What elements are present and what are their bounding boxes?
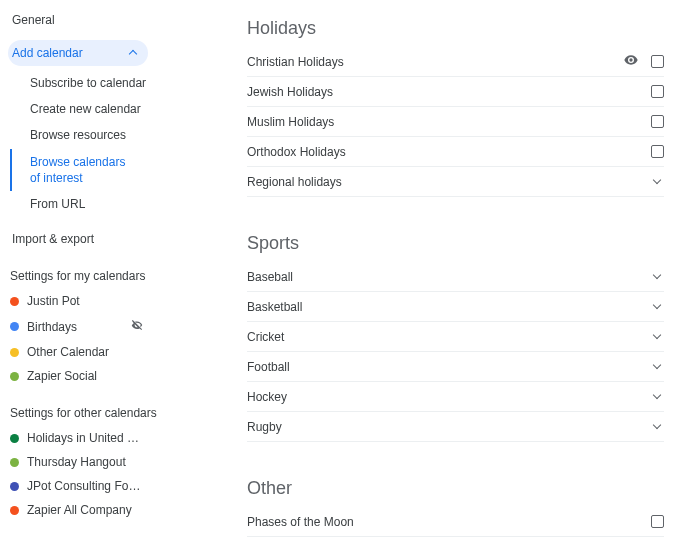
row-controls: [623, 52, 664, 71]
calendar-color-dot: [10, 482, 19, 491]
sidebar-sub-browse-interest[interactable]: Browse calendars of interest: [10, 149, 140, 191]
sidebar-sub-subscribe[interactable]: Subscribe to calendar: [10, 70, 165, 96]
list-item[interactable]: Hockey: [247, 382, 664, 412]
calendar-label: Zapier All Company: [27, 503, 144, 517]
sidebar-heading-my-calendars: Settings for my calendars: [8, 251, 165, 289]
chevron-down-icon: [653, 361, 661, 369]
my-calendars-list: Justin PotBirthdaysOther CalendarZapier …: [8, 289, 165, 388]
visibility-off-icon[interactable]: [130, 318, 144, 335]
chevron-down-icon: [653, 391, 661, 399]
calendar-row[interactable]: Birthdays: [8, 313, 148, 340]
calendar-row[interactable]: Other Calendar: [8, 340, 148, 364]
sidebar-item-label: Create new calendar: [30, 102, 141, 116]
list-item[interactable]: Football: [247, 352, 664, 382]
calendar-row[interactable]: Justin Pot: [8, 289, 148, 313]
chevron-down-icon: [653, 271, 661, 279]
calendar-color-dot: [10, 458, 19, 467]
row-controls: [654, 272, 664, 281]
sports-list: BaseballBasketballCricketFootballHockeyR…: [247, 262, 664, 442]
calendar-color-dot: [10, 434, 19, 443]
calendar-color-dot: [10, 348, 19, 357]
visibility-icon[interactable]: [623, 52, 639, 71]
row-controls: [654, 177, 664, 186]
row-controls: [654, 362, 664, 371]
calendar-label: Zapier Social: [27, 369, 144, 383]
calendar-row[interactable]: Holidays in United States: [8, 426, 148, 450]
section-title-sports: Sports: [247, 233, 664, 254]
list-item-label: Rugby: [247, 420, 282, 434]
calendar-label: Holidays in United States: [27, 431, 144, 445]
row-controls: [654, 302, 664, 311]
chevron-down-icon: [653, 331, 661, 339]
calendar-label: Justin Pot: [27, 294, 144, 308]
subscribe-checkbox[interactable]: [651, 115, 664, 128]
calendar-label: JPot Consulting Form Resp...: [27, 479, 144, 493]
row-controls: [654, 332, 664, 341]
calendar-label: Thursday Hangout: [27, 455, 144, 469]
list-item[interactable]: Muslim Holidays: [247, 107, 664, 137]
sidebar-item-label: From URL: [30, 197, 85, 211]
chevron-down-icon: [653, 301, 661, 309]
list-item-label: Football: [247, 360, 290, 374]
sidebar-item-label: Browse calendars of interest: [30, 155, 125, 185]
other-calendars-list: Holidays in United StatesThursday Hangou…: [8, 426, 165, 522]
calendar-label: Other Calendar: [27, 345, 144, 359]
list-item-label: Phases of the Moon: [247, 515, 354, 529]
sidebar-item-label: Import & export: [12, 232, 94, 246]
list-item[interactable]: Phases of the Moon: [247, 507, 664, 537]
sidebar-item-add-calendar[interactable]: Add calendar: [8, 40, 148, 66]
list-item[interactable]: Orthodox Holidays: [247, 137, 664, 167]
subscribe-checkbox[interactable]: [651, 515, 664, 528]
list-item-label: Cricket: [247, 330, 284, 344]
sidebar-item-label: Subscribe to calendar: [30, 76, 146, 90]
calendar-color-dot: [10, 322, 19, 331]
calendar-color-dot: [10, 506, 19, 515]
add-calendar-submenu: Subscribe to calendar Create new calenda…: [8, 70, 165, 217]
list-item[interactable]: Cricket: [247, 322, 664, 352]
sidebar-sub-from-url[interactable]: From URL: [10, 191, 165, 217]
list-item[interactable]: Regional holidays: [247, 167, 664, 197]
calendar-row[interactable]: Thursday Hangout: [8, 450, 148, 474]
row-controls: [654, 392, 664, 401]
sidebar-heading-other-calendars: Settings for other calendars: [8, 388, 165, 426]
sidebar-item-label: Add calendar: [12, 46, 83, 60]
sidebar-item-import-export[interactable]: Import & export: [8, 227, 165, 251]
list-item[interactable]: Jewish Holidays: [247, 77, 664, 107]
row-controls: [651, 115, 664, 128]
list-item-label: Jewish Holidays: [247, 85, 333, 99]
list-item-label: Baseball: [247, 270, 293, 284]
chevron-up-icon: [129, 50, 137, 58]
sidebar-sub-browse-resources[interactable]: Browse resources: [10, 122, 165, 148]
subscribe-checkbox[interactable]: [651, 145, 664, 158]
list-item[interactable]: Rugby: [247, 412, 664, 442]
main-content: Holidays Christian HolidaysJewish Holida…: [165, 0, 700, 539]
list-item-label: Muslim Holidays: [247, 115, 334, 129]
sidebar-item-label: Browse resources: [30, 128, 126, 142]
list-item-label: Basketball: [247, 300, 302, 314]
other-list: Phases of the Moon: [247, 507, 664, 537]
sidebar-sub-create-new[interactable]: Create new calendar: [10, 96, 165, 122]
list-item[interactable]: Basketball: [247, 292, 664, 322]
row-controls: [651, 145, 664, 158]
list-item[interactable]: Baseball: [247, 262, 664, 292]
list-item-label: Orthodox Holidays: [247, 145, 346, 159]
calendar-color-dot: [10, 297, 19, 306]
section-title-holidays: Holidays: [247, 18, 664, 39]
calendar-color-dot: [10, 372, 19, 381]
list-item-label: Hockey: [247, 390, 287, 404]
calendar-row[interactable]: Zapier Social: [8, 364, 148, 388]
calendar-row[interactable]: JPot Consulting Form Resp...: [8, 474, 148, 498]
calendar-row[interactable]: Zapier All Company: [8, 498, 148, 522]
subscribe-checkbox[interactable]: [651, 55, 664, 68]
settings-sidebar: General Add calendar Subscribe to calend…: [0, 0, 165, 539]
row-controls: [654, 422, 664, 431]
list-item-label: Christian Holidays: [247, 55, 344, 69]
sidebar-item-general[interactable]: General: [8, 8, 165, 32]
sidebar-item-label: General: [12, 13, 55, 27]
row-controls: [651, 85, 664, 98]
calendar-label: Birthdays: [27, 320, 130, 334]
list-item[interactable]: Christian Holidays: [247, 47, 664, 77]
row-controls: [651, 515, 664, 528]
chevron-down-icon: [653, 421, 661, 429]
subscribe-checkbox[interactable]: [651, 85, 664, 98]
